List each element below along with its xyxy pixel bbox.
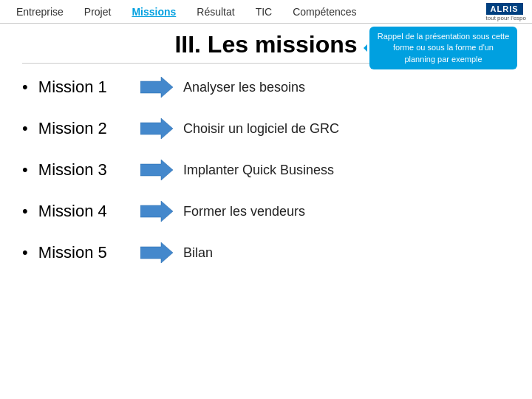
- arrow-icon-4: [140, 201, 173, 222]
- tooltip-bubble: Rappel de la présentation sous cette for…: [369, 27, 517, 69]
- mission-2-desc: Choisir un logiciel de GRC: [183, 121, 339, 137]
- svg-marker-0: [140, 77, 173, 98]
- mission-2-label: • Mission 2: [22, 119, 140, 138]
- mission-row: • Mission 2 Choisir un logiciel de GRC: [22, 118, 510, 139]
- svg-marker-3: [140, 201, 173, 222]
- page-title: III. Les missions: [174, 31, 357, 58]
- logo-tagline: tout pour l'espo: [486, 15, 526, 21]
- mission-3-desc: Implanter Quick Business: [183, 163, 334, 178]
- arrow-icon-1: [140, 77, 173, 98]
- mission-row: • Mission 5 Bilan: [22, 242, 510, 263]
- logo-text: ALRIS: [486, 3, 523, 15]
- svg-marker-2: [140, 160, 173, 180]
- nav-item-missions[interactable]: Missions: [121, 3, 186, 21]
- mission-5-desc: Bilan: [183, 245, 213, 261]
- bullet-3: •: [22, 160, 28, 179]
- bullet-1: •: [22, 78, 28, 96]
- mission-4-desc: Former les vendeurs: [183, 204, 305, 219]
- nav-item-tic[interactable]: TIC: [245, 3, 283, 21]
- nav-item-projet[interactable]: Projet: [74, 3, 122, 21]
- mission-row: • Mission 3 Implanter Quick Business: [22, 160, 510, 180]
- svg-marker-1: [140, 118, 173, 139]
- mission-4-label: • Mission 4: [22, 202, 140, 221]
- bullet-4: •: [22, 202, 28, 220]
- missions-list: • Mission 1 Analyser les besoins • Missi…: [0, 69, 532, 291]
- arrow-icon-3: [140, 160, 173, 180]
- arrow-icon-2: [140, 118, 173, 139]
- nav-item-entreprise[interactable]: Entreprise: [6, 3, 74, 21]
- mission-3-label: • Mission 3: [22, 160, 140, 180]
- nav-item-competences[interactable]: Compétences: [282, 3, 366, 21]
- bullet-2: •: [22, 119, 28, 137]
- title-area: III. Les missions Rappel de la présentat…: [0, 24, 532, 63]
- navbar: Entreprise Projet Missions Résultat TIC …: [0, 0, 532, 24]
- mission-1-desc: Analyser les besoins: [183, 80, 305, 95]
- svg-marker-4: [140, 242, 173, 263]
- bullet-5: •: [22, 243, 28, 262]
- mission-1-label: • Mission 1: [22, 78, 140, 97]
- nav-item-resultat[interactable]: Résultat: [186, 3, 245, 21]
- logo: ALRIS tout pour l'espo: [486, 1, 526, 21]
- mission-row: • Mission 4 Former les vendeurs: [22, 201, 510, 222]
- mission-row: • Mission 1 Analyser les besoins: [22, 77, 510, 98]
- arrow-icon-5: [140, 242, 173, 263]
- mission-5-label: • Mission 5: [22, 243, 140, 262]
